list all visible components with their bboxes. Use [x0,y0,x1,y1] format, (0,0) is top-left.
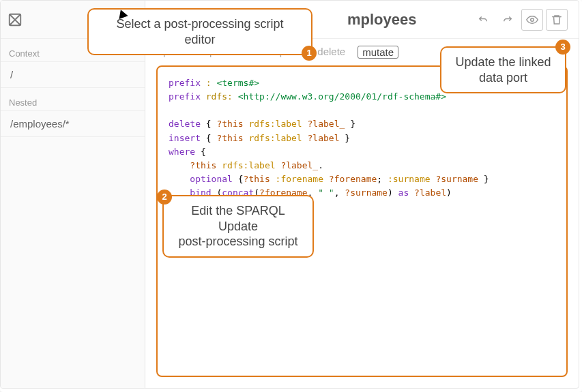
tab-create[interactable]: create [233,46,262,59]
sidebar: Context / Nested /employees/* [1,1,145,388]
main-panel: mployees portshapecreateupdatedeletemuta… [145,1,579,388]
tab-shape[interactable]: shape [193,46,221,59]
nested-section-label: Nested [1,88,145,111]
context-section-label: Context [1,39,145,62]
sidebar-toolbar [1,1,145,39]
nested-path[interactable]: /employees/* [1,111,145,137]
script-tabs: portshapecreateupdatedeletemutate [145,39,579,63]
code-editor[interactable]: prefix : <terms#> prefix rdfs: <http://w… [156,65,568,377]
redo-button[interactable] [497,9,519,31]
delete-button[interactable] [546,9,568,31]
code-content[interactable]: prefix : <terms#> prefix rdfs: <http://w… [169,76,555,213]
app-logo-icon [8,12,23,27]
page-title: mployees [347,11,417,29]
header: mployees [145,1,579,39]
context-path[interactable]: / [1,62,145,88]
tab-delete[interactable]: delete [317,46,345,59]
tab-mutate[interactable]: mutate [358,46,398,59]
preview-button[interactable] [521,9,543,31]
tab-update[interactable]: update [274,46,305,59]
tab-port[interactable]: port [163,46,181,59]
svg-point-1 [531,18,534,21]
undo-button[interactable] [472,9,494,31]
